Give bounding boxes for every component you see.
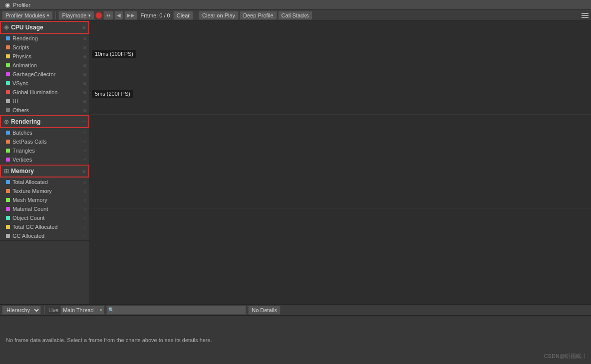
chart-label: 10ms (100FPS) [92, 50, 136, 58]
item-drag-handle[interactable]: ≡ [83, 72, 86, 77]
module-header-memory[interactable]: ⊞Memory≡ [0, 165, 89, 178]
item-drag-handle[interactable]: ≡ [83, 197, 86, 203]
drag-handle-rendering[interactable]: ≡ [82, 119, 85, 125]
deep-profile-btn[interactable]: Deep Profile [240, 11, 277, 20]
item-color-indicator [6, 36, 10, 40]
item-drag-handle[interactable]: ≡ [83, 130, 86, 136]
item-color-indicator [6, 131, 10, 135]
clear-btn[interactable]: Clear [173, 11, 193, 20]
item-label: Batches [12, 130, 32, 136]
list-item[interactable]: Physics≡ [0, 52, 89, 61]
item-drag-handle[interactable]: ≡ [83, 139, 86, 145]
item-color-indicator [6, 54, 10, 58]
step-back-begin-btn[interactable]: ⏮ [103, 11, 113, 20]
item-color-indicator [6, 72, 10, 76]
item-color-indicator [6, 108, 10, 112]
module-header-cpu-usage[interactable]: ⊕CPU Usage≡ [0, 21, 89, 34]
module-header-rendering[interactable]: ⊕Rendering≡ [0, 115, 89, 128]
hierarchy-select[interactable]: Hierarchy [2, 306, 41, 315]
bottom-toolbar: Hierarchy Live Main Thread ▾ 🔍 No Detail… [0, 305, 591, 316]
item-color-indicator [6, 149, 10, 153]
list-item[interactable]: Scripts≡ [0, 43, 89, 52]
item-label: Total GC Allocated [12, 224, 58, 230]
list-item[interactable]: GarbageCollector≡ [0, 70, 89, 79]
list-item[interactable]: SetPass Calls≡ [0, 137, 89, 146]
list-item[interactable]: Object Count≡ [0, 213, 89, 222]
list-item[interactable]: Total GC Allocated≡ [0, 222, 89, 231]
item-color-indicator [6, 207, 10, 211]
live-label: Live [48, 307, 58, 313]
profiler-modules-btn[interactable]: Profiler Modules [2, 11, 53, 20]
module-label-cpu-usage: CPU Usage [11, 24, 43, 31]
watermark: CSDN@听雨眠丨 [544, 353, 587, 360]
clear-on-play-btn[interactable]: Clear on Play [199, 11, 239, 20]
list-item[interactable]: Rendering≡ [0, 34, 89, 43]
item-label: VSync [12, 80, 28, 86]
item-label: Texture Memory [12, 188, 52, 194]
record-btn[interactable] [95, 12, 102, 19]
thread-select[interactable]: Main Thread [60, 306, 104, 315]
list-item[interactable]: GC Allocated≡ [0, 231, 89, 240]
module-section-memory: ⊞Memory≡Total Allocated≡Texture Memory≡M… [0, 165, 89, 241]
call-stacks-btn[interactable]: Call Stacks [278, 11, 312, 20]
grid-line-1 [90, 114, 591, 115]
separator-1 [55, 11, 56, 19]
title-bar: ◉ Profiler [0, 0, 591, 10]
item-label: Global Illumination [12, 89, 58, 95]
menu-icon[interactable] [581, 12, 589, 19]
drag-handle-memory[interactable]: ≡ [82, 169, 85, 174]
item-color-indicator [6, 90, 10, 94]
module-icon-cpu-usage: ⊕ [4, 24, 9, 31]
list-item[interactable]: Vertices≡ [0, 155, 89, 164]
no-details-btn[interactable]: No Details [248, 306, 281, 315]
item-drag-handle[interactable]: ≡ [83, 99, 86, 104]
module-label-rendering: Rendering [11, 118, 40, 125]
item-drag-handle[interactable]: ≡ [83, 188, 86, 194]
item-drag-handle[interactable]: ≡ [83, 63, 86, 68]
item-drag-handle[interactable]: ≡ [83, 90, 86, 95]
step-back-btn[interactable]: ◀ [114, 11, 123, 20]
item-drag-handle[interactable]: ≡ [83, 215, 86, 221]
item-label: SetPass Calls [12, 139, 46, 145]
item-color-indicator [6, 234, 10, 238]
item-drag-handle[interactable]: ≡ [83, 108, 86, 113]
profiler-area: ⊕CPU Usage≡Rendering≡Scripts≡Physics≡Ani… [0, 21, 591, 304]
item-label: Vertices [12, 157, 32, 163]
item-drag-handle[interactable]: ≡ [83, 81, 86, 86]
chart-label: 5ms (200FPS) [92, 90, 133, 98]
step-forward-btn[interactable]: ▶▶ [124, 11, 137, 20]
item-color-indicator [6, 140, 10, 144]
item-color-indicator [6, 99, 10, 103]
list-item[interactable]: UI≡ [0, 97, 89, 106]
item-drag-handle[interactable]: ≡ [83, 206, 86, 212]
list-item[interactable]: Batches≡ [0, 128, 89, 137]
item-drag-handle[interactable]: ≡ [83, 233, 86, 239]
frame-label: Frame: 0 / 0 [138, 12, 172, 18]
list-item[interactable]: Triangles≡ [0, 146, 89, 155]
list-item[interactable]: Animation≡ [0, 61, 89, 70]
item-drag-handle[interactable]: ≡ [83, 148, 86, 154]
module-icon-rendering: ⊕ [4, 118, 9, 125]
chart-grid [90, 21, 591, 304]
list-item[interactable]: Global Illumination≡ [0, 88, 89, 97]
item-drag-handle[interactable]: ≡ [83, 45, 86, 50]
list-item[interactable]: Total Allocated≡ [0, 178, 89, 186]
playmode-btn[interactable]: Playmode [58, 11, 94, 20]
item-drag-handle[interactable]: ≡ [83, 36, 86, 41]
item-drag-handle[interactable]: ≡ [83, 224, 86, 230]
item-label: Mesh Memory [12, 197, 47, 203]
separator-3 [44, 306, 45, 314]
list-item[interactable]: Material Count≡ [0, 204, 89, 213]
list-item[interactable]: Texture Memory≡ [0, 186, 89, 195]
search-input[interactable] [106, 306, 246, 315]
list-item[interactable]: Mesh Memory≡ [0, 195, 89, 204]
item-label: Total Allocated [12, 179, 48, 185]
item-drag-handle[interactable]: ≡ [83, 157, 86, 163]
list-item[interactable]: Others≡ [0, 106, 89, 115]
toolbar-right [581, 12, 589, 19]
item-label: Rendering [12, 35, 38, 41]
item-drag-handle[interactable]: ≡ [83, 54, 86, 59]
item-drag-handle[interactable]: ≡ [83, 180, 86, 185]
drag-handle-cpu-usage[interactable]: ≡ [82, 25, 85, 30]
list-item[interactable]: VSync≡ [0, 79, 89, 88]
